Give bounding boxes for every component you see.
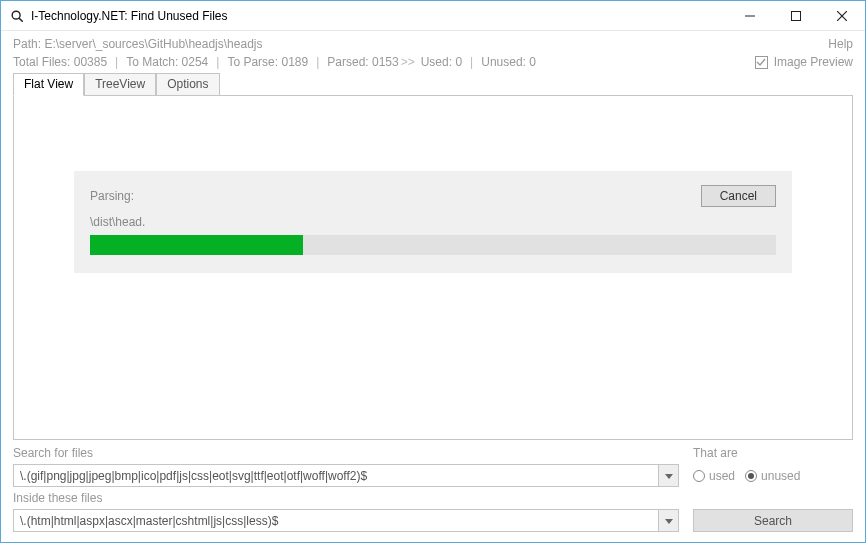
svg-line-1	[19, 18, 22, 21]
path-display: Path: E:\server\_sources\GitHub\headjs\h…	[13, 37, 262, 51]
minimize-button[interactable]	[727, 1, 773, 31]
search-for-input[interactable]	[14, 465, 658, 486]
app-icon	[9, 8, 25, 24]
progress-file: \dist\head.	[90, 215, 776, 229]
image-preview-checkbox[interactable]	[755, 56, 768, 69]
progress-bar	[90, 235, 776, 255]
radio-used[interactable]: used	[693, 469, 735, 483]
tab-options[interactable]: Options	[156, 73, 219, 95]
radio-unused[interactable]: unused	[745, 469, 800, 483]
inside-dropdown-icon[interactable]	[658, 510, 678, 531]
close-button[interactable]	[819, 1, 865, 31]
svg-rect-3	[792, 11, 801, 20]
search-for-label: Search for files	[13, 446, 679, 460]
tab-tree-view[interactable]: TreeView	[84, 73, 156, 95]
image-preview-label: Image Preview	[774, 55, 853, 69]
tab-flat-view[interactable]: Flat View	[13, 73, 84, 96]
progress-bar-fill	[90, 235, 303, 255]
cancel-button[interactable]: Cancel	[701, 185, 776, 207]
search-for-combo[interactable]	[13, 464, 679, 487]
stats-bar: Total Files: 00385 | To Match: 0254 | To…	[13, 55, 853, 69]
help-link[interactable]: Help	[828, 37, 853, 51]
search-button[interactable]: Search	[693, 509, 853, 532]
maximize-button[interactable]	[773, 1, 819, 31]
svg-marker-6	[665, 474, 673, 479]
inside-input[interactable]	[14, 510, 658, 531]
progress-panel: Parsing: Cancel \dist\head.	[74, 171, 792, 273]
window-title: I-Technology.NET: Find Unused Files	[31, 9, 727, 23]
search-for-dropdown-icon[interactable]	[658, 465, 678, 486]
inside-label: Inside these files	[13, 491, 679, 505]
progress-label: Parsing:	[90, 189, 134, 203]
svg-marker-7	[665, 519, 673, 524]
that-are-label: That are	[693, 446, 853, 460]
inside-combo[interactable]	[13, 509, 679, 532]
